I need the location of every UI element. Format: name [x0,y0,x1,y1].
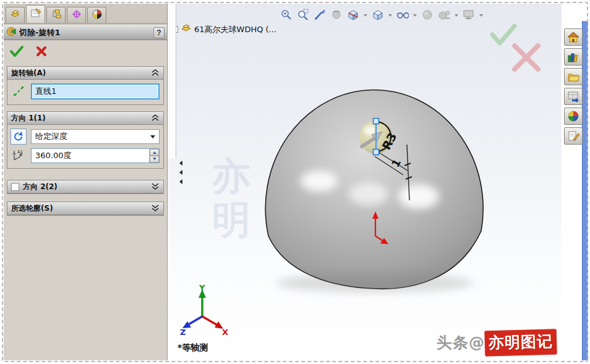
axis-line-icon [10,86,27,97]
cancel-button[interactable] [33,44,49,59]
angle-spinner [149,149,159,163]
display-manager-icon [92,9,103,22]
feature-title-bar: 切除-旋转1 ? [4,25,167,40]
view-orientation-label: *等轴测 [177,342,208,353]
task-pane-edge[interactable] [582,21,588,360]
reverse-direction-button[interactable] [11,129,27,145]
direction1-title: 方向 1(1) [11,113,147,124]
solidworks-window: 切除-旋转1 ? 旋转轴(A) [0,0,590,364]
configuration-manager-tab[interactable] [46,7,66,23]
angle-value: 360.00度 [32,150,149,161]
panel-splitter[interactable] [168,4,176,158]
triad-y-label: Y [199,283,205,292]
property-manager-tab[interactable] [26,5,45,23]
end-condition-value: 给定深度 [35,131,150,142]
confirm-buttons-row [4,40,167,64]
direction2-title: 方向 2(2) [23,182,147,192]
watermark-stamp: 亦明图记 [484,329,557,356]
appearances-scenes-tab[interactable] [564,108,583,125]
task-pane-tabs [564,28,583,145]
solidworks-resources-tab[interactable] [564,28,583,46]
dimxpert-tab[interactable] [67,7,86,23]
axis-selection-box[interactable]: 直线1 [31,83,160,99]
watermark-prefix: 头条@ [437,332,485,353]
selected-contours-header[interactable]: 所选轮廓(S) [7,202,163,215]
expand-down-icon[interactable] [151,203,160,214]
custom-properties-tab[interactable] [564,127,583,145]
selected-contours-section: 所选轮廓(S) [7,201,164,216]
footer-watermark: 头条@ 亦明图记 [437,330,557,355]
reference-triad: Y X Z [180,283,228,337]
panel-tab-bar [4,4,167,24]
file-explorer-tab[interactable] [564,68,583,85]
collapse-up-icon[interactable] [151,112,160,124]
property-manager-panel: 切除-旋转1 ? 旋转轴(A) [4,4,168,360]
direction1-section-header[interactable]: 方向 1(1) [7,112,163,125]
end-condition-dropdown[interactable]: 给定深度 [31,129,160,144]
spin-down-button[interactable] [150,156,159,163]
view-palette-tab[interactable] [564,88,583,105]
axis-section-header[interactable]: 旋转轴(A) [7,67,163,80]
property-manager-icon [30,8,41,20]
cut-revolve-icon [6,27,17,39]
dimxpert-target-icon [71,9,82,22]
feature-title: 切除-旋转1 [19,27,151,38]
angle-icon: A1 [10,149,27,163]
spin-up-button[interactable] [150,149,159,156]
design-library-tab[interactable] [564,48,583,66]
feature-manager-tab[interactable] [6,7,25,23]
configuration-icon [51,9,62,22]
axis-section-title: 旋转轴(A) [11,68,147,78]
direction2-checkbox[interactable] [11,183,19,191]
feature-tree-icon [10,9,21,22]
help-button[interactable]: ? [153,27,165,38]
graphics-viewport[interactable]: 亦 明 [168,4,562,360]
axis-of-revolution-section: 旋转轴(A) 直线1 [7,66,164,105]
reverse-direction-cell [10,129,27,145]
panel-collapse-arrows[interactable] [177,161,182,184]
expand-down-icon[interactable] [151,181,160,193]
dropdown-caret-icon [150,135,155,141]
triad-z-label: Z [180,328,186,335]
svg-text:A1: A1 [17,150,23,154]
direction2-section: 方向 2(2) [7,180,164,194]
selected-contours-title: 所选轮廓(S) [11,203,147,214]
triad-x-label: X [222,328,228,335]
angle-input[interactable]: 360.00度 [31,148,160,163]
collapse-up-icon[interactable] [151,67,160,79]
axis-selection-value: 直线1 [35,86,56,97]
direction1-section: 方向 1(1) 给定深度 [7,111,164,169]
display-manager-tab[interactable] [87,7,106,23]
direction2-section-header[interactable]: 方向 2(2) [7,180,163,193]
ok-button[interactable] [9,44,25,59]
